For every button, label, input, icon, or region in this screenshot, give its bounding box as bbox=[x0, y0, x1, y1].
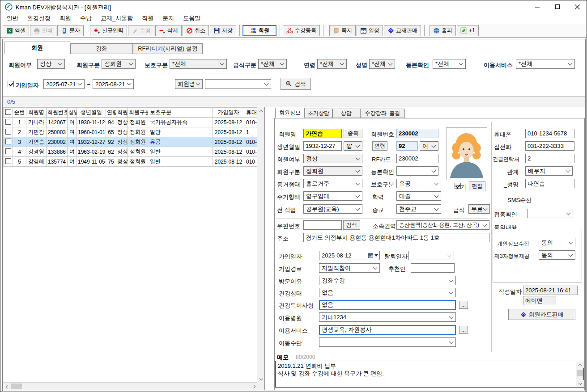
menu-settings[interactable]: 환경설정 bbox=[23, 13, 55, 24]
status-select[interactable]: 정상 bbox=[303, 154, 362, 163]
memo-textarea[interactable]: 2019.1.21 연회비 납부 식사 및 강좌 수강에 대한 욕구가 큰 편임… bbox=[276, 361, 576, 387]
excel-button[interactable]: X 엑셀 bbox=[3, 25, 29, 36]
protect-type-select[interactable]: 유공 bbox=[396, 179, 441, 188]
address-field[interactable] bbox=[303, 233, 489, 242]
cancel-button[interactable]: 취소 bbox=[183, 25, 209, 36]
calendar-type-select[interactable]: 양 bbox=[344, 141, 362, 151]
zipcode-field[interactable] bbox=[303, 220, 342, 230]
scroll-up-button[interactable] bbox=[576, 361, 584, 368]
scroll-up-button[interactable] bbox=[257, 107, 265, 114]
services-field[interactable] bbox=[319, 325, 456, 335]
tab-course[interactable]: 강좌 bbox=[70, 43, 133, 54]
member-card-sale-button[interactable]: 회원카드판매 bbox=[508, 309, 575, 320]
search-field-select[interactable]: 회원명 bbox=[175, 79, 203, 89]
row-checkbox[interactable] bbox=[5, 119, 11, 125]
new-entry-button[interactable]: 신규입력 bbox=[90, 25, 127, 36]
col-header-member-no[interactable]: 회원번호 bbox=[47, 108, 68, 118]
menu-member[interactable]: 회원 bbox=[55, 13, 76, 24]
table-row[interactable]: 1 가나라 142067 여 1930-11-12 94 정상 정회원 국가유공… bbox=[4, 118, 258, 127]
tab-counsel[interactable]: 상담 bbox=[332, 109, 360, 118]
filter-member-status-select[interactable]: 정상 bbox=[37, 59, 65, 69]
menu-sms[interactable]: 문자 bbox=[158, 13, 179, 24]
tab-member[interactable]: 회원 bbox=[4, 42, 70, 54]
registry-check-select[interactable] bbox=[396, 166, 438, 176]
save-button[interactable]: 저장 bbox=[210, 25, 236, 36]
scroll-down-button[interactable] bbox=[257, 375, 265, 383]
transport-select[interactable] bbox=[319, 337, 456, 347]
menu-materials-locker[interactable]: 교재_사물함 bbox=[96, 13, 137, 24]
table-row-selected[interactable]: 3 가연습 230002 여 1932-12-27 92 정상 정회원 유공 2… bbox=[4, 137, 258, 147]
meal-select[interactable]: 무료 bbox=[468, 204, 490, 214]
hospital-select[interactable]: 가나1234 bbox=[319, 312, 456, 322]
grid-vertical-scrollbar[interactable] bbox=[257, 107, 264, 383]
col-header-mobile[interactable]: 휴대폰 bbox=[244, 108, 258, 118]
menu-payment[interactable]: 수납 bbox=[76, 13, 96, 24]
leave-date-select[interactable] bbox=[408, 251, 454, 260]
col-header-status[interactable]: 회원 bbox=[116, 108, 128, 118]
join-path-select[interactable]: 자발적참여 bbox=[319, 263, 380, 273]
note-button[interactable]: 쪽지 bbox=[329, 25, 356, 36]
rf-card-field[interactable] bbox=[396, 154, 438, 163]
education-select[interactable]: 대졸 bbox=[396, 191, 441, 201]
plus-one-button[interactable]: +1 bbox=[457, 25, 479, 36]
row-checkbox[interactable] bbox=[5, 139, 11, 144]
tab-initial-counsel[interactable]: 초기상담 bbox=[305, 109, 332, 118]
filter-meal-type-select[interactable]: *전체 bbox=[258, 59, 287, 69]
home-phone-field[interactable] bbox=[525, 141, 574, 151]
photo-edit-button[interactable]: 편집 bbox=[469, 181, 485, 191]
menu-help[interactable]: 도움말 bbox=[179, 13, 205, 24]
col-header-member-type[interactable]: 회원구분 bbox=[128, 108, 148, 118]
table-row[interactable]: 5 강경혜 135774 여 1949-11-05 75 정상 정회원 일반 2… bbox=[4, 157, 258, 167]
filter-gender-select[interactable]: *전체 bbox=[369, 59, 395, 69]
scroll-down-button[interactable] bbox=[576, 380, 584, 387]
duplicate-check-button[interactable]: 중복 bbox=[344, 129, 362, 138]
birth-field[interactable] bbox=[303, 141, 342, 151]
relation-name-field[interactable] bbox=[525, 179, 574, 188]
name-field[interactable] bbox=[303, 129, 342, 138]
search-keyword-combo[interactable] bbox=[205, 79, 271, 89]
row-checkbox[interactable] bbox=[5, 158, 11, 164]
filter-member-type-select[interactable]: 정회원 bbox=[102, 59, 136, 69]
col-header-seq[interactable]: 순번 bbox=[13, 108, 26, 118]
book-sale-button[interactable]: 교재판매 bbox=[384, 25, 421, 36]
member-view-button[interactable]: 회원 bbox=[242, 25, 276, 36]
emergency-contact-field[interactable] bbox=[525, 154, 574, 163]
gender-select[interactable]: 여 bbox=[420, 141, 438, 151]
memo-scrollbar[interactable] bbox=[576, 361, 583, 387]
join-date-to-select[interactable]: 2025-08-21 bbox=[93, 79, 134, 89]
col-header-protect-type[interactable]: 보호구분 bbox=[148, 108, 213, 118]
maximize-button[interactable] bbox=[548, 0, 567, 13]
mobile-field[interactable] bbox=[525, 129, 574, 138]
memo-scroll-thumb[interactable] bbox=[577, 370, 583, 376]
living-type-select[interactable]: 홀로거주 bbox=[303, 179, 362, 188]
tab-member-info[interactable]: 회원정보 bbox=[275, 108, 305, 118]
religion-select[interactable]: 천주교 bbox=[396, 204, 441, 214]
join-date-checkbox[interactable] bbox=[8, 81, 14, 87]
col-header-gender[interactable]: 성별 bbox=[68, 108, 77, 118]
grid-horizontal-scrollbar[interactable] bbox=[3, 382, 258, 390]
region-select[interactable]: 송산권역(송산1, 용현, 고산, 산곡) bbox=[396, 220, 489, 230]
col-header-age[interactable]: 연령 bbox=[106, 108, 116, 118]
enroll-button[interactable]: 수강등록 bbox=[283, 25, 320, 36]
select-all-checkbox[interactable] bbox=[5, 109, 11, 115]
col-header-join-date[interactable]: 가입일자 bbox=[213, 108, 244, 118]
delete-button[interactable]: 삭제 bbox=[155, 25, 182, 36]
age-button[interactable]: 연령 bbox=[372, 141, 387, 151]
consent-privacy-select[interactable]: 동의 bbox=[539, 238, 575, 247]
join-date-from-select[interactable]: 2025-07-21 bbox=[43, 79, 85, 89]
services-more-button[interactable]: ... bbox=[459, 326, 468, 334]
tab-rf-reader[interactable]: RF리더기(시리얼) 설정 bbox=[133, 43, 203, 54]
menu-general[interactable]: 일반 bbox=[2, 13, 23, 24]
row-checkbox[interactable] bbox=[5, 148, 11, 154]
referrer-field[interactable] bbox=[411, 263, 455, 273]
horizontal-scroll-thumb[interactable] bbox=[11, 384, 22, 389]
table-row[interactable]: 2 가민감 250003 여 1960-01-01 65 정상 정회원 일반 2… bbox=[4, 127, 258, 137]
table-row[interactable]: 4 강경영 133886 여 1963-02-19 62 정상 정회원 일반 2… bbox=[4, 147, 258, 157]
row-checkbox[interactable] bbox=[5, 129, 11, 135]
member-no-field[interactable] bbox=[396, 129, 438, 138]
col-header-name[interactable]: 회원명 bbox=[26, 108, 47, 118]
prev-job-select[interactable]: 공무원(교육) bbox=[303, 204, 362, 214]
select-all-header[interactable] bbox=[4, 108, 13, 118]
schedule-button[interactable]: 일정 bbox=[357, 25, 383, 36]
health-note-more-button[interactable]: ... bbox=[459, 301, 468, 309]
